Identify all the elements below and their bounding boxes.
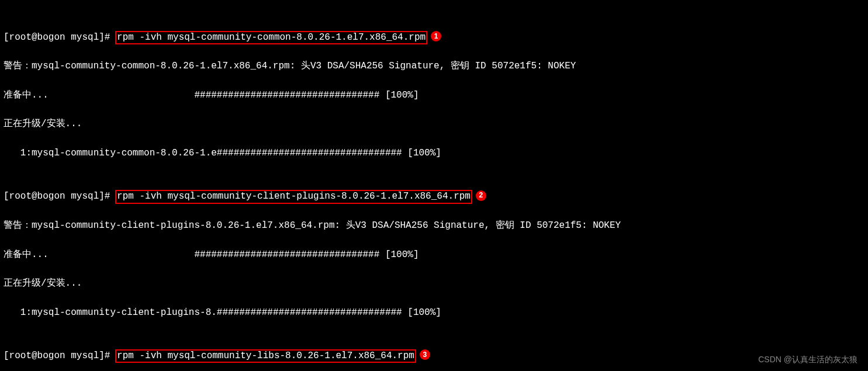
prompt: [root@bogon mysql]#	[4, 32, 116, 43]
watermark: CSDN @认真生活的灰太狼	[758, 353, 857, 366]
cmd-2-box: rpm -ivh mysql-community-client-plugins-…	[115, 190, 472, 203]
pkg-2: 1:mysql-community-client-plugins-8.#####…	[4, 306, 864, 320]
warn-1: 警告：mysql-community-common-8.0.26-1.el7.x…	[4, 59, 864, 74]
cmd-line-3: [root@bogon mysql]# rpm -ivh mysql-commu…	[4, 349, 864, 363]
cmd-line-1: [root@bogon mysql]# rpm -ivh mysql-commu…	[4, 30, 864, 45]
pkg-1: 1:mysql-community-common-8.0.26-1.e#####…	[4, 146, 864, 161]
upd-2: 正在升级/安装...	[4, 276, 864, 291]
upd-1: 正在升级/安装...	[4, 117, 864, 131]
cmd-3-box: rpm -ivh mysql-community-libs-8.0.26-1.e…	[115, 349, 416, 363]
badge-2: 2	[476, 190, 486, 201]
prompt: [root@bogon mysql]#	[4, 351, 116, 361]
badge-3: 3	[420, 349, 430, 360]
cmd-line-2: [root@bogon mysql]# rpm -ivh mysql-commu…	[4, 189, 864, 204]
warn-2: 警告：mysql-community-client-plugins-8.0.26…	[4, 219, 864, 233]
cmd-1-box: rpm -ivh mysql-community-common-8.0.26-1…	[115, 31, 427, 44]
badge-1: 1	[431, 31, 441, 41]
prep-2: 准备中... #################################…	[4, 248, 864, 262]
prep-1: 准备中... #################################…	[4, 88, 864, 103]
terminal[interactable]: [root@bogon mysql]# rpm -ivh mysql-commu…	[0, 0, 868, 371]
prompt: [root@bogon mysql]#	[4, 191, 116, 202]
